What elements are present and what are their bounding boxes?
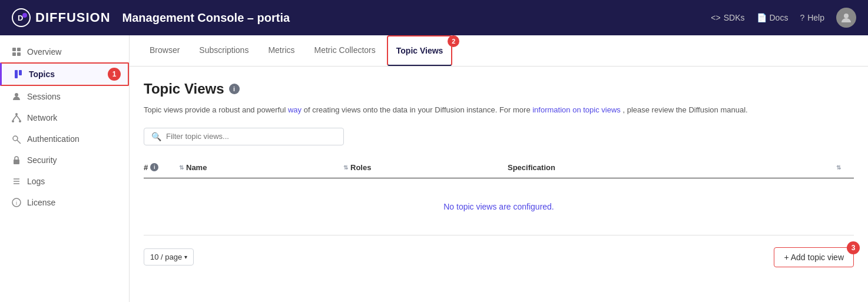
logo-text: DIFFUSION xyxy=(35,10,111,25)
svg-rect-8 xyxy=(15,70,18,78)
description-link-way[interactable]: way xyxy=(288,105,302,114)
annotation-badge-3: 3 xyxy=(847,241,860,254)
sidebar-item-authentication[interactable]: Authentication xyxy=(0,128,129,150)
sidebar-item-sessions[interactable]: Sessions xyxy=(0,86,129,107)
col-num: # i xyxy=(144,163,179,172)
info-circle-icon: i xyxy=(12,198,21,207)
diffusion-logo-icon: D xyxy=(12,8,31,27)
svg-point-10 xyxy=(15,93,18,97)
svg-rect-7 xyxy=(17,52,21,56)
svg-rect-6 xyxy=(12,52,16,56)
search-container[interactable]: 🔍 xyxy=(144,128,344,145)
tab-metric-collectors[interactable]: Metric Collectors xyxy=(306,36,384,65)
network-icon xyxy=(12,113,21,122)
svg-point-11 xyxy=(15,113,18,115)
svg-point-2 xyxy=(22,13,27,18)
table-empty-message: No topic views are configured. xyxy=(144,178,854,235)
chevron-down-icon: ▾ xyxy=(184,254,187,260)
sort-roles-icon: ⇅ xyxy=(343,164,348,171)
sidebar-item-security[interactable]: Security xyxy=(0,150,129,171)
svg-rect-4 xyxy=(12,48,16,51)
sidebar-authentication-label: Authentication xyxy=(27,134,79,144)
svg-point-3 xyxy=(844,14,849,18)
svg-point-13 xyxy=(19,120,21,122)
col-num-info-icon[interactable]: i xyxy=(150,163,158,171)
help-icon: ? xyxy=(800,13,804,22)
tab-metrics[interactable]: Metrics xyxy=(260,36,303,65)
page-content: Topic Views i Topic views provide a robu… xyxy=(130,67,868,291)
logo: D DIFFUSION xyxy=(12,8,111,27)
lock-icon xyxy=(12,155,21,165)
sidebar-item-license[interactable]: i License xyxy=(0,192,129,213)
svg-rect-5 xyxy=(17,48,21,51)
key-icon xyxy=(12,134,21,144)
col-sort-spec[interactable]: ⇅ xyxy=(836,164,854,171)
add-topic-view-button[interactable]: + Add topic view xyxy=(774,247,854,267)
user-avatar[interactable] xyxy=(836,8,856,28)
title-info-icon[interactable]: i xyxy=(229,84,240,94)
sidebar-logs-label: Logs xyxy=(27,177,45,186)
annotation-badge-1: 1 xyxy=(108,68,121,81)
main-layout: Overview Topics 1 Sessions Network xyxy=(0,35,868,302)
sidebar-overview-label: Overview xyxy=(27,47,61,57)
header: D DIFFUSION Management Console – portia … xyxy=(0,0,868,35)
sort-spec-icon: ⇅ xyxy=(836,164,841,171)
search-input[interactable] xyxy=(166,132,336,141)
bookmark-icon xyxy=(14,69,23,79)
col-roles[interactable]: ⇅ Roles xyxy=(343,163,508,172)
tab-subscriptions[interactable]: Subscriptions xyxy=(191,36,257,65)
grid-icon xyxy=(12,47,21,57)
sidebar: Overview Topics 1 Sessions Network xyxy=(0,35,130,302)
svg-point-12 xyxy=(12,120,14,122)
sidebar-security-label: Security xyxy=(27,155,57,165)
col-specification[interactable]: Specification xyxy=(508,163,836,172)
svg-text:D: D xyxy=(18,14,23,22)
per-page-select[interactable]: 10 / page ▾ xyxy=(144,248,194,266)
sidebar-topics-label: Topics xyxy=(29,69,55,79)
header-title: Management Console – portia xyxy=(122,11,290,25)
sidebar-item-logs[interactable]: Logs xyxy=(0,171,129,192)
svg-rect-9 xyxy=(19,70,22,75)
svg-rect-18 xyxy=(14,160,19,164)
col-name[interactable]: ⇅ Name xyxy=(179,163,343,172)
tab-browser[interactable]: Browser xyxy=(141,36,188,65)
help-link[interactable]: ? Help xyxy=(800,13,824,22)
code-icon: <> xyxy=(711,13,720,22)
sidebar-item-topics[interactable]: Topics 1 xyxy=(0,62,129,86)
sidebar-item-network[interactable]: Network xyxy=(0,107,129,128)
description-link-info[interactable]: information on topic views xyxy=(532,105,621,114)
avatar-icon xyxy=(840,12,852,24)
svg-line-15 xyxy=(16,115,20,120)
table-header: # i ⇅ Name ⇅ Roles Specification ⇅ xyxy=(144,157,854,178)
docs-link[interactable]: 📄 Docs xyxy=(757,13,789,22)
tabs-bar: Browser Subscriptions Metrics Metric Col… xyxy=(130,35,868,67)
annotation-badge-2: 2 xyxy=(448,35,459,47)
sdks-link[interactable]: <> SDKs xyxy=(711,13,744,22)
svg-line-17 xyxy=(17,140,21,144)
content-area: Browser Subscriptions Metrics Metric Col… xyxy=(130,35,868,302)
table-footer: 10 / page ▾ + Add topic view 3 xyxy=(144,238,854,277)
svg-text:i: i xyxy=(16,200,17,206)
sidebar-item-overview[interactable]: Overview xyxy=(0,41,129,62)
sidebar-license-label: License xyxy=(27,198,55,207)
doc-icon: 📄 xyxy=(757,13,767,22)
page-title: Topic Views i xyxy=(144,81,854,97)
svg-point-16 xyxy=(13,136,18,141)
sort-up-icon: ⇅ xyxy=(179,164,184,171)
header-left: D DIFFUSION Management Console – portia xyxy=(12,8,290,27)
sidebar-network-label: Network xyxy=(27,113,57,122)
header-right: <> SDKs 📄 Docs ? Help xyxy=(711,8,856,28)
user-icon xyxy=(12,92,21,101)
add-button-container: + Add topic view 3 xyxy=(774,247,854,267)
list-icon xyxy=(12,177,21,186)
search-icon: 🔍 xyxy=(151,132,161,141)
svg-line-14 xyxy=(13,115,16,120)
tab-topic-views[interactable]: Topic Views 2 xyxy=(387,35,453,66)
sidebar-sessions-label: Sessions xyxy=(27,92,61,101)
page-description: Topic views provide a robust and powerfu… xyxy=(144,104,854,116)
